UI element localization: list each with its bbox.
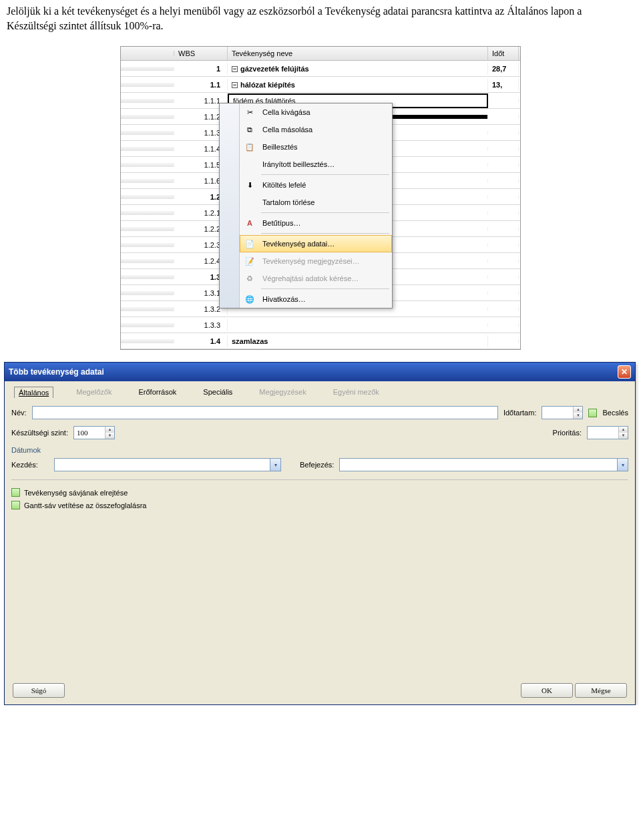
name-field[interactable] bbox=[32, 406, 498, 419]
tab-special[interactable]: Speciális bbox=[199, 387, 236, 398]
start-date-input[interactable] bbox=[55, 459, 270, 471]
copy-icon: ⧉ bbox=[242, 123, 257, 136]
ctx-hyperlink[interactable]: 🌐 Hivatkozás… bbox=[240, 290, 392, 308]
outline-collapse-icon[interactable]: − bbox=[232, 82, 238, 88]
cell-name[interactable]: −hálózat kiépítés bbox=[228, 79, 488, 91]
ctx-cut-label: Cella kivágása bbox=[262, 108, 310, 116]
hide-bar-row[interactable]: Tevékenység sávjának elrejtése bbox=[11, 488, 628, 497]
cell-wbs[interactable]: 1.1 bbox=[174, 79, 228, 91]
row-header[interactable] bbox=[121, 323, 174, 327]
help-button[interactable]: Súgó bbox=[13, 683, 65, 698]
col-wbs[interactable]: WBS bbox=[174, 47, 228, 60]
row-header[interactable] bbox=[121, 227, 174, 231]
cell-wbs[interactable]: 1 bbox=[174, 63, 228, 75]
row-header[interactable] bbox=[121, 131, 174, 135]
blank-icon bbox=[242, 158, 257, 171]
table-row[interactable]: 1.1−hálózat kiépítés13, bbox=[121, 77, 520, 93]
cell-duration[interactable]: 13, bbox=[488, 79, 519, 91]
cell-duration[interactable] bbox=[488, 147, 519, 151]
row-header[interactable] bbox=[121, 99, 174, 103]
cell-name[interactable]: szamlazas bbox=[228, 335, 488, 347]
row-header[interactable] bbox=[121, 259, 174, 263]
row-header[interactable] bbox=[121, 211, 174, 215]
close-icon[interactable]: ✕ bbox=[618, 365, 631, 379]
dialog-titlebar[interactable]: Több tevékenység adatai ✕ bbox=[5, 363, 635, 381]
cell-wbs[interactable]: 1.4 bbox=[174, 335, 228, 347]
cancel-button[interactable]: Mégse bbox=[575, 683, 627, 698]
priority-input[interactable] bbox=[588, 427, 618, 439]
hide-bar-checkbox[interactable] bbox=[11, 488, 20, 497]
row-header[interactable] bbox=[121, 339, 174, 343]
ctx-font-label: Betűtípus… bbox=[262, 219, 300, 227]
chevron-down-icon[interactable]: ▾ bbox=[617, 459, 628, 471]
cell-wbs[interactable]: 1.3.3 bbox=[174, 319, 228, 331]
row-header[interactable] bbox=[121, 195, 174, 199]
cell-duration[interactable] bbox=[488, 163, 519, 167]
row-header[interactable] bbox=[121, 83, 174, 87]
ctx-task-info[interactable]: 📄 Tevékenység adatai… bbox=[240, 235, 392, 252]
cell-duration[interactable] bbox=[488, 115, 519, 119]
row-header[interactable] bbox=[121, 147, 174, 151]
row-header[interactable] bbox=[121, 67, 174, 71]
table-row[interactable]: 1.4szamlazas bbox=[121, 333, 520, 349]
ctx-copy[interactable]: ⧉ Cella másolása bbox=[240, 121, 392, 138]
cell-duration[interactable]: 28,7 bbox=[488, 63, 519, 75]
percent-complete-stepper[interactable]: ▲▼ bbox=[73, 426, 115, 439]
row-header[interactable] bbox=[121, 307, 174, 311]
row-header[interactable] bbox=[121, 163, 174, 167]
cell-duration[interactable] bbox=[488, 291, 519, 295]
duration-input[interactable] bbox=[542, 407, 573, 419]
chevron-down-icon[interactable]: ▾ bbox=[270, 459, 280, 471]
start-date-combo[interactable]: ▾ bbox=[54, 458, 281, 471]
percent-complete-input[interactable] bbox=[74, 427, 105, 439]
tab-resources[interactable]: Erőforrások bbox=[134, 387, 180, 398]
task-info-icon: 📄 bbox=[242, 237, 257, 250]
row-header[interactable] bbox=[121, 179, 174, 183]
label-percent: Készültségi szint: bbox=[11, 429, 68, 437]
cell-duration[interactable] bbox=[488, 211, 519, 215]
row-header[interactable] bbox=[121, 115, 174, 119]
row-header[interactable] bbox=[121, 291, 174, 295]
cell-name[interactable] bbox=[228, 323, 488, 327]
cell-duration[interactable] bbox=[488, 195, 519, 199]
cell-duration[interactable] bbox=[488, 131, 519, 135]
row-header[interactable] bbox=[121, 275, 174, 279]
col-name[interactable]: Tevékenység neve bbox=[228, 47, 488, 60]
page-instruction: Jelöljük ki a két tevékenységet és a hel… bbox=[0, 0, 641, 33]
duration-stepper[interactable]: ▲▼ bbox=[542, 406, 583, 419]
cell-duration[interactable] bbox=[488, 275, 519, 279]
table-header: WBS Tevékenység neve Időt bbox=[121, 47, 520, 61]
ctx-clear[interactable]: Tartalom törlése bbox=[240, 194, 392, 211]
estimate-checkbox[interactable] bbox=[588, 409, 597, 417]
tab-general[interactable]: Általános bbox=[14, 387, 53, 398]
outline-collapse-icon[interactable]: − bbox=[232, 66, 238, 72]
rollup-row[interactable]: Gantt-sáv vetítése az összefoglalásra bbox=[11, 501, 628, 509]
cell-task-name: szamlazas bbox=[232, 337, 268, 345]
finish-date-combo[interactable]: ▾ bbox=[339, 458, 628, 471]
cell-duration[interactable] bbox=[488, 179, 519, 183]
blank-icon bbox=[242, 196, 257, 209]
ctx-exec-data-label: Végrehajtási adatok kérése… bbox=[262, 274, 359, 282]
cell-duration[interactable] bbox=[488, 227, 519, 231]
finish-date-input[interactable] bbox=[340, 459, 617, 471]
ctx-paste[interactable]: 📋 Beillesztés bbox=[240, 138, 392, 156]
col-duration[interactable]: Időt bbox=[488, 47, 519, 60]
cell-duration[interactable] bbox=[488, 259, 519, 263]
ctx-font[interactable]: A Betűtípus… bbox=[240, 214, 392, 232]
cell-duration[interactable] bbox=[488, 307, 519, 311]
table-row[interactable]: 1−gázvezeték felújítás28,7 bbox=[121, 61, 520, 77]
cell-duration[interactable] bbox=[488, 243, 519, 247]
globe-icon: 🌐 bbox=[242, 292, 257, 306]
ctx-cut[interactable]: ✂ Cella kivágása bbox=[240, 103, 392, 121]
table-row[interactable]: 1.3.3 bbox=[121, 317, 520, 333]
row-header[interactable] bbox=[121, 243, 174, 247]
rollup-checkbox[interactable] bbox=[11, 501, 20, 509]
cell-duration[interactable] bbox=[488, 339, 519, 343]
ctx-paste-special[interactable]: Irányított beillesztés… bbox=[240, 156, 392, 173]
priority-stepper[interactable]: ▲▼ bbox=[587, 426, 628, 439]
ctx-fill-down[interactable]: ⬇ Kitöltés lefelé bbox=[240, 176, 392, 194]
cell-name[interactable]: −gázvezeték felújítás bbox=[228, 63, 488, 75]
cell-duration[interactable] bbox=[488, 323, 519, 327]
ok-button[interactable]: OK bbox=[521, 683, 573, 698]
cell-duration[interactable] bbox=[488, 99, 519, 103]
